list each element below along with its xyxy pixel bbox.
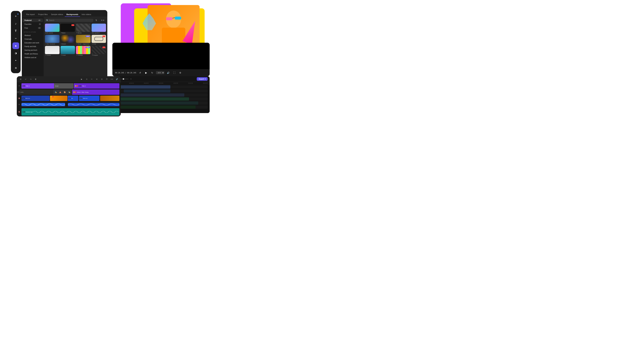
- bg-clouds-label: ⬇ Clouds: [45, 54, 60, 56]
- cat-health[interactable]: Health and fitness: [22, 52, 43, 56]
- bg-bokeh[interactable]: ⬇ Bokeh: [60, 35, 75, 45]
- sticker-button[interactable]: ✦: [12, 57, 19, 64]
- cat-featured-label: Featured: [24, 19, 32, 21]
- cat-free[interactable]: Free 39: [22, 26, 43, 30]
- download-count: 80: [103, 19, 104, 21]
- text-track-icon[interactable]: [17, 91, 20, 93]
- bg-contrast[interactable]: NEW ⬇ Contrast: [76, 46, 90, 56]
- bg-black[interactable]: 🔴 ⬇ Black: [60, 24, 75, 34]
- bg-clouds[interactable]: ⬇ Clouds: [45, 46, 60, 56]
- clip-vid-sm[interactable]: fx·1 Vid: [68, 96, 78, 101]
- cat-abstract[interactable]: Abstract: [22, 34, 43, 37]
- bg-coupon[interactable]: 🔴 ⬇ Coupon: [92, 46, 106, 56]
- settings-button[interactable]: ⚙: [178, 70, 182, 75]
- tl-mute-button[interactable]: ⊘: [95, 77, 98, 81]
- svg-rect-3: [175, 16, 181, 20]
- clip-title-4-left[interactable]: fx·1 Tittle 4: [22, 83, 54, 89]
- clip-dreamer[interactable]: fx·1 Dreamer.mp4: [22, 108, 120, 116]
- download-icon: ⬇: [76, 32, 77, 33]
- fx-badge: fx·1: [22, 85, 25, 87]
- waveform-eye-icon[interactable]: 👁: [17, 104, 22, 105]
- timeline-body: 👁 fx·1 Tittle 4 Smail 😊🔴 fx·1 Tittle 4: [17, 82, 121, 116]
- clip-wave-right[interactable]: [68, 103, 120, 106]
- add-tool-wrap: +: [12, 13, 19, 20]
- cat-cinematic[interactable]: Cinematic: [22, 37, 43, 41]
- bg-chat[interactable]: 🔴 ⬇ Chat: [92, 35, 106, 45]
- tl-undo-button[interactable]: ↩: [24, 77, 28, 81]
- clip-hello[interactable]: Hello: [20, 89, 53, 95]
- tl-link-button[interactable]: 🔗: [115, 77, 119, 81]
- clip-smail[interactable]: Smail: [54, 83, 74, 89]
- tl-filter-button[interactable]: ⊞: [19, 77, 22, 81]
- volume-button[interactable]: 🔊: [166, 70, 170, 75]
- effects-button[interactable]: ◆: [12, 42, 19, 49]
- cat-gaming[interactable]: Gaming and tech: [22, 48, 43, 52]
- filter-sort-button[interactable]: ⇅: [94, 18, 98, 22]
- tl-clock-button[interactable]: ⏱: [105, 77, 109, 81]
- layout-button[interactable]: ⊞: [12, 64, 19, 71]
- fullscreen-button[interactable]: ⛶: [172, 70, 176, 75]
- clip-video-mov-left[interactable]: fx·1 Video.mov: [22, 96, 50, 101]
- video-track: fx·1 Video.mov 😊🔴 fx·1 Vid fx·1 Video.mo…: [22, 96, 120, 101]
- cat-family[interactable]: Family and kids: [22, 45, 43, 48]
- tl-stop-button[interactable]: ⊙: [85, 77, 88, 81]
- text-track-row: Hello 🎭 🎪 🎨 🎭 😊🔴 When I Was Young: [17, 89, 121, 95]
- clip-wave-left[interactable]: [22, 103, 65, 106]
- tl-cut-button[interactable]: ✂: [90, 77, 94, 81]
- video-track-mute-icon[interactable]: 🔇: [17, 98, 22, 99]
- tab-sample-videos[interactable]: Sample videos: [49, 12, 65, 17]
- tl-delete-button[interactable]: 🗑: [34, 77, 38, 81]
- tab-project-files[interactable]: Project files: [36, 12, 49, 17]
- forward-button[interactable]: ↻: [150, 70, 154, 75]
- music-button[interactable]: ♪: [12, 20, 19, 27]
- export-button[interactable]: Export ▾: [197, 77, 208, 81]
- bg-blocks[interactable]: ⬇ Blocks: [76, 24, 90, 34]
- total-time: 00:20.345: [127, 72, 136, 74]
- tab-intro-videos[interactable]: Intro videos: [80, 12, 93, 17]
- s-track-1: [114, 85, 208, 89]
- bg-coast[interactable]: ⬇ Coast: [60, 46, 75, 56]
- clip-emojis[interactable]: 🎭 🎪 🎨 🎭: [53, 89, 72, 95]
- add-button[interactable]: +: [12, 13, 19, 20]
- timecode-display: 00:20.345 / 00:20.345: [115, 72, 136, 74]
- audio-track-row: 🔇 fx·1 Dreamer.mp4: [17, 108, 121, 116]
- cat-favorites[interactable]: Favorites 3: [22, 22, 43, 26]
- audio-track-icon[interactable]: 🔇: [17, 111, 22, 113]
- bg-arctic[interactable]: Arctic aurora: [45, 24, 60, 34]
- text-button[interactable]: T: [12, 28, 19, 34]
- audio-waveform: [33, 110, 118, 114]
- tl-play-button[interactable]: ▶: [80, 77, 84, 81]
- aspect-ratio-select[interactable]: 16:9 9:16 1:1: [156, 71, 164, 74]
- tl-connect-button[interactable]: ⟷: [110, 77, 114, 81]
- s-track-3-fill: [119, 93, 184, 97]
- search-input[interactable]: [49, 19, 92, 21]
- zoom-plus-button[interactable]: +: [130, 78, 132, 81]
- cat-hobbies[interactable]: Hobbies and art: [22, 56, 43, 59]
- bg-blue-sun[interactable]: ⬇ Blue Sunburst: [45, 35, 60, 45]
- tab-file-import[interactable]: File import: [24, 12, 36, 17]
- clip-song-label: When I Was Young: [77, 91, 88, 93]
- clip-title-4-right[interactable]: 😊🔴 fx·1 Tittle 4: [74, 83, 120, 89]
- cat-cinematic-label: Cinematic: [24, 38, 32, 40]
- bg-black-badge: 🔴: [72, 24, 74, 26]
- clip-when-i-was-young[interactable]: 😊🔴 When I Was Young: [72, 89, 120, 95]
- tab-backgrounds[interactable]: Backgrounds: [65, 12, 80, 17]
- tl-redo-button[interactable]: ↪: [29, 77, 32, 81]
- cat-featured[interactable]: Featured 40: [22, 18, 43, 22]
- rewind-button[interactable]: ↺: [138, 70, 142, 75]
- clip-video-orange2[interactable]: [100, 96, 120, 101]
- bg-brown-cap[interactable]: NEW ⬇ Brown - cappuccino: [76, 35, 90, 45]
- transition-button[interactable]: ✂: [12, 35, 19, 42]
- s-track-4: [114, 97, 208, 101]
- title-track-eye-icon[interactable]: 👁: [17, 85, 22, 87]
- cat-education[interactable]: Education and work: [22, 41, 43, 44]
- tl-crop-button[interactable]: ⊡: [100, 77, 104, 81]
- filter-button[interactable]: ◑: [12, 50, 19, 56]
- clip-video-mov-right[interactable]: fx·1 Video.mov: [79, 96, 100, 101]
- play-button[interactable]: ▶: [144, 70, 148, 75]
- fx-badge-audio: fx·1: [22, 111, 25, 113]
- download-button[interactable]: ⬇ 80: [99, 18, 106, 22]
- fx-badge-video-left: fx·1: [22, 98, 25, 99]
- clip-video-orange[interactable]: 😊🔴: [50, 96, 67, 101]
- bg-blue-grad[interactable]: Blue gradient: [92, 24, 106, 34]
